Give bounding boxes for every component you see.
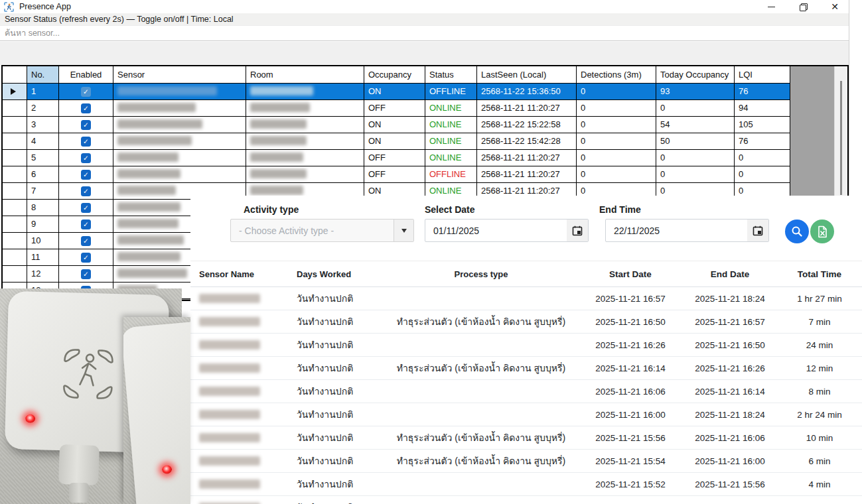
sensor-table-row[interactable]: 5 OFF ONLINE 2568-11-21 11:20:27 0 0 0 (3, 150, 847, 166)
sensor-cell (113, 166, 246, 183)
col-header-enabled[interactable]: Enabled (59, 66, 113, 84)
sensor-search-input[interactable]: ค้นหา sensor... (0, 25, 849, 41)
enabled-checkbox[interactable] (81, 137, 91, 147)
col-header-process-type[interactable]: Process type (382, 269, 581, 279)
lastseen-cell: 2568-11-21 11:20:27 (477, 166, 577, 183)
window-controls: ✕ (766, 0, 839, 13)
col-header-days-worked[interactable]: Days Worked (285, 269, 382, 279)
room-cell (246, 84, 364, 100)
row-selector-cell[interactable] (3, 183, 27, 200)
row-selector-cell[interactable] (3, 100, 27, 117)
select-date-label: Select Date (425, 204, 474, 215)
enabled-checkbox[interactable] (81, 236, 91, 246)
process-type-cell: ทำธุระส่วนตัว (เข้าห้องน้ำ คิดงาน สูบบุห… (382, 454, 581, 468)
activity-table-row[interactable]: วันทำงานปกติ 2025-11-21 16:06 2025-11-21… (190, 380, 862, 403)
enabled-checkbox[interactable] (81, 170, 91, 180)
start-date-input[interactable]: 01/11/2025 (425, 219, 589, 242)
enabled-checkbox[interactable] (81, 186, 91, 196)
redacted-sensor-name (117, 252, 180, 261)
end-date-cell: 2025-11-21 16:50 (680, 340, 780, 350)
process-type-cell: ทำธุระส่วนตัว (เข้าห้องน้ำ คิดงาน สูบบุห… (382, 430, 581, 445)
activity-type-select[interactable]: - Choose Activity type - (230, 219, 414, 242)
no-cell: 11 (27, 249, 59, 266)
sensor-table-row[interactable]: 4 ON ONLINE 2568-11-22 15:42:28 0 50 76 (3, 133, 847, 150)
enabled-checkbox[interactable] (81, 220, 91, 229)
enabled-checkbox[interactable] (81, 269, 91, 279)
enabled-checkbox[interactable] (81, 120, 91, 130)
activity-table-row[interactable]: วันทำงานปกติ ทำธุระส่วนตัว (เข้าห้องน้ำ … (190, 450, 862, 473)
presence-sensor-device (123, 320, 190, 504)
row-selector-cell[interactable] (3, 200, 27, 216)
no-cell: 5 (27, 150, 59, 166)
detections-cell: 0 (577, 84, 656, 100)
enabled-checkbox[interactable] (81, 203, 91, 213)
row-selector-cell[interactable] (3, 84, 27, 100)
restore-button[interactable] (798, 2, 808, 11)
activity-table-row[interactable]: วันทำงานปกติ 2025-11-21 16:26 2025-11-21… (190, 334, 862, 357)
today-occupancy-cell: 50 (656, 133, 735, 150)
titlebar[interactable]: Presence App ✕ (0, 0, 849, 13)
col-header-status[interactable]: Status (425, 66, 477, 84)
row-selector-cell[interactable] (3, 249, 27, 266)
end-date-picker-button[interactable] (747, 220, 768, 241)
sensor-table-row[interactable]: 2 OFF ONLINE 2568-11-21 11:20:27 0 0 94 (3, 100, 847, 117)
enabled-checkbox[interactable] (81, 253, 91, 263)
col-header-end-date[interactable]: End Date (680, 269, 780, 279)
row-selector-cell[interactable] (3, 166, 27, 183)
col-header-today-occupancy[interactable]: Today Occupancy (656, 66, 735, 84)
activity-table-row[interactable]: วันทำงานปกติ ทำธุระส่วนตัว (เข้าห้องน้ำ … (190, 310, 862, 334)
select-arrow-button[interactable] (394, 220, 413, 241)
col-header-occupancy[interactable]: Occupancy (364, 66, 425, 84)
enabled-checkbox[interactable] (81, 153, 91, 163)
enabled-checkbox[interactable] (81, 103, 91, 113)
col-header-detections[interactable]: Detections (3m) (577, 66, 656, 84)
redacted-room-name (250, 153, 303, 162)
row-selector-cell[interactable] (3, 216, 27, 233)
enabled-checkbox[interactable] (81, 87, 91, 97)
end-date-input[interactable]: 22/11/2025 (605, 219, 769, 242)
activity-table-row[interactable]: วันทำงานปกติ 2025-11-21 16:00 2025-11-21… (190, 403, 862, 426)
row-selector-cell[interactable] (3, 133, 27, 150)
today-occupancy-cell: 54 (656, 117, 735, 133)
col-header-sensor-name[interactable]: Sensor Name (190, 269, 285, 279)
row-selector-cell[interactable] (3, 266, 27, 283)
col-header-total-time[interactable]: Total Time (780, 269, 859, 279)
row-selector-cell[interactable] (3, 233, 27, 249)
col-header-no[interactable]: No. (27, 66, 59, 84)
start-date-picker-button[interactable] (567, 220, 588, 241)
scrollbar-thumb[interactable] (840, 81, 842, 195)
activity-table-row[interactable]: วันทำงานปกติ 2025-11-21 16:57 2025-11-21… (190, 287, 862, 310)
row-selector-cell[interactable] (3, 117, 27, 133)
activity-table-row[interactable]: วันทำงานปกติ ทำธุระส่วนตัว (เข้าห้องน้ำ … (190, 426, 862, 450)
activity-table-row[interactable]: วันทำงานปกติ 2025-11-21 15:52 2025-11-21… (190, 473, 862, 496)
close-button[interactable]: ✕ (830, 2, 839, 11)
col-header-lastseen[interactable]: LastSeen (Local) (477, 66, 577, 84)
usb-cable (69, 483, 89, 503)
redacted-sensor-name (199, 410, 260, 419)
col-header-start-date[interactable]: Start Date (581, 269, 680, 279)
sensor-table-row[interactable]: 6 OFF OFFLINE 2568-11-21 11:20:27 0 0 0 (3, 166, 847, 183)
search-button[interactable] (785, 220, 809, 243)
minimize-button[interactable] (766, 2, 776, 11)
col-header-lqi[interactable]: LQI (735, 66, 790, 84)
export-excel-button[interactable] (810, 220, 834, 243)
sensor-cell (113, 150, 246, 166)
redacted-sensor-name (199, 340, 260, 349)
row-selector-cell[interactable] (3, 150, 27, 166)
occupancy-cell: ON (364, 133, 425, 150)
occupancy-cell: ON (364, 117, 425, 133)
window-title: Presence App (19, 2, 71, 11)
sensor-name-cell (190, 479, 285, 489)
redacted-sensor-name (199, 456, 260, 466)
room-cell (246, 133, 364, 150)
col-header-sensor[interactable]: Sensor (113, 66, 246, 84)
grid-corner-cell[interactable] (3, 66, 27, 84)
today-occupancy-cell: 0 (656, 100, 735, 117)
redacted-sensor-name (199, 363, 260, 373)
enabled-cell (59, 117, 113, 133)
sensor-table-row[interactable]: 1 ON OFFLINE 2568-11-22 15:36:50 0 93 76 (3, 84, 847, 100)
col-header-room[interactable]: Room (246, 66, 364, 84)
activity-table-row[interactable]: วันทำงานปกติ ทำธุระส่วนตัว (เข้าห้องน้ำ … (190, 357, 862, 380)
sensor-table-row[interactable]: 3 ON ONLINE 2568-11-22 15:22:58 0 54 105 (3, 117, 847, 133)
activity-table-row[interactable]: วันทำงานปกติ (190, 496, 862, 504)
